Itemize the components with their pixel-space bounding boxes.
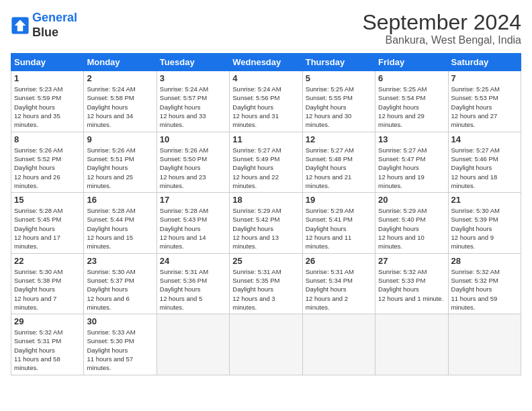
- day-number: 25: [232, 256, 299, 266]
- logo-text: General Blue: [32, 11, 77, 40]
- day-number: 30: [87, 316, 153, 326]
- calendar-cell: 25 Sunrise: 5:31 AM Sunset: 5:35 PM Dayl…: [230, 253, 302, 314]
- calendar-cell: 1 Sunrise: 5:23 AM Sunset: 5:59 PM Dayli…: [11, 71, 84, 132]
- calendar-cell: [230, 314, 302, 375]
- calendar-cell: 28 Sunrise: 5:32 AM Sunset: 5:32 PM Dayl…: [448, 253, 521, 314]
- day-info: Sunrise: 5:29 AM Sunset: 5:42 PM Dayligh…: [232, 206, 299, 250]
- day-info: Sunrise: 5:24 AM Sunset: 5:56 PM Dayligh…: [232, 85, 299, 129]
- calendar-cell: 18 Sunrise: 5:29 AM Sunset: 5:42 PM Dayl…: [230, 193, 302, 253]
- day-number: 28: [451, 256, 518, 266]
- day-info: Sunrise: 5:25 AM Sunset: 5:54 PM Dayligh…: [378, 85, 445, 129]
- day-number: 16: [87, 195, 153, 205]
- header-friday: Friday: [375, 54, 448, 71]
- day-number: 10: [160, 134, 226, 144]
- calendar-cell: 30 Sunrise: 5:33 AM Sunset: 5:30 PM Dayl…: [84, 314, 157, 375]
- day-number: 1: [14, 73, 81, 83]
- title-area: September 2024 Bankura, West Bengal, Ind…: [362, 11, 521, 46]
- calendar-cell: 17 Sunrise: 5:28 AM Sunset: 5:43 PM Dayl…: [157, 193, 229, 253]
- day-number: 29: [14, 316, 81, 326]
- day-info: Sunrise: 5:32 AM Sunset: 5:32 PM Dayligh…: [451, 267, 518, 312]
- header-sunday: Sunday: [11, 54, 84, 71]
- day-info: Sunrise: 5:23 AM Sunset: 5:59 PM Dayligh…: [14, 85, 81, 129]
- calendar-cell: 12 Sunrise: 5:27 AM Sunset: 5:48 PM Dayl…: [302, 132, 375, 192]
- day-info: Sunrise: 5:29 AM Sunset: 5:41 PM Dayligh…: [306, 206, 372, 250]
- logo-line2: Blue: [32, 26, 77, 40]
- day-info: Sunrise: 5:29 AM Sunset: 5:40 PM Dayligh…: [378, 206, 445, 250]
- page-header: General Blue September 2024 Bankura, Wes…: [11, 11, 521, 46]
- day-number: 15: [14, 195, 81, 205]
- calendar-week-3: 15 Sunrise: 5:28 AM Sunset: 5:45 PM Dayl…: [11, 193, 521, 253]
- day-info: Sunrise: 5:24 AM Sunset: 5:57 PM Dayligh…: [160, 85, 226, 129]
- calendar-cell: 11 Sunrise: 5:27 AM Sunset: 5:49 PM Dayl…: [230, 132, 302, 192]
- day-info: Sunrise: 5:31 AM Sunset: 5:35 PM Dayligh…: [232, 267, 299, 312]
- calendar-cell: [448, 314, 521, 375]
- calendar-cell: 6 Sunrise: 5:25 AM Sunset: 5:54 PM Dayli…: [375, 71, 448, 132]
- month-title: September 2024: [362, 11, 521, 34]
- calendar-cell: 4 Sunrise: 5:24 AM Sunset: 5:56 PM Dayli…: [230, 71, 302, 132]
- day-number: 20: [378, 195, 445, 205]
- day-number: 4: [232, 73, 299, 83]
- day-info: Sunrise: 5:25 AM Sunset: 5:53 PM Dayligh…: [451, 85, 518, 129]
- day-info: Sunrise: 5:26 AM Sunset: 5:52 PM Dayligh…: [14, 146, 81, 190]
- calendar-cell: 20 Sunrise: 5:29 AM Sunset: 5:40 PM Dayl…: [375, 193, 448, 253]
- logo-line1: General: [32, 11, 77, 24]
- day-number: 26: [306, 256, 372, 266]
- day-info: Sunrise: 5:26 AM Sunset: 5:50 PM Dayligh…: [160, 146, 226, 190]
- calendar-header-row: Sunday Monday Tuesday Wednesday Thursday…: [11, 54, 521, 71]
- calendar-cell: 10 Sunrise: 5:26 AM Sunset: 5:50 PM Dayl…: [157, 132, 229, 192]
- day-number: 3: [160, 73, 226, 83]
- calendar-cell: [302, 314, 375, 375]
- day-number: 13: [378, 134, 445, 144]
- calendar-week-4: 22 Sunrise: 5:30 AM Sunset: 5:38 PM Dayl…: [11, 253, 521, 314]
- day-info: Sunrise: 5:31 AM Sunset: 5:36 PM Dayligh…: [160, 267, 226, 312]
- calendar-cell: 9 Sunrise: 5:26 AM Sunset: 5:51 PM Dayli…: [84, 132, 157, 192]
- day-number: 8: [14, 134, 81, 144]
- day-number: 5: [306, 73, 372, 83]
- calendar-cell: [157, 314, 229, 375]
- calendar-cell: 3 Sunrise: 5:24 AM Sunset: 5:57 PM Dayli…: [157, 71, 229, 132]
- day-number: 9: [87, 134, 153, 144]
- header-thursday: Thursday: [302, 54, 375, 71]
- day-info: Sunrise: 5:28 AM Sunset: 5:44 PM Dayligh…: [87, 206, 153, 250]
- calendar-cell: 2 Sunrise: 5:24 AM Sunset: 5:58 PM Dayli…: [84, 71, 157, 132]
- calendar-cell: 8 Sunrise: 5:26 AM Sunset: 5:52 PM Dayli…: [11, 132, 84, 192]
- day-number: 23: [87, 256, 153, 266]
- day-info: Sunrise: 5:30 AM Sunset: 5:38 PM Dayligh…: [14, 267, 81, 312]
- header-monday: Monday: [84, 54, 157, 71]
- day-info: Sunrise: 5:27 AM Sunset: 5:46 PM Dayligh…: [451, 146, 518, 190]
- day-number: 17: [160, 195, 226, 205]
- day-info: Sunrise: 5:25 AM Sunset: 5:55 PM Dayligh…: [306, 85, 372, 129]
- day-number: 24: [160, 256, 226, 266]
- day-number: 2: [87, 73, 153, 83]
- logo-icon: [11, 16, 30, 35]
- day-info: Sunrise: 5:28 AM Sunset: 5:43 PM Dayligh…: [160, 206, 226, 250]
- calendar-cell: 26 Sunrise: 5:31 AM Sunset: 5:34 PM Dayl…: [302, 253, 375, 314]
- header-tuesday: Tuesday: [157, 54, 229, 71]
- logo: General Blue: [11, 11, 77, 40]
- calendar-cell: 5 Sunrise: 5:25 AM Sunset: 5:55 PM Dayli…: [302, 71, 375, 132]
- location-title: Bankura, West Bengal, India: [362, 34, 521, 46]
- calendar-cell: 7 Sunrise: 5:25 AM Sunset: 5:53 PM Dayli…: [448, 71, 521, 132]
- day-info: Sunrise: 5:26 AM Sunset: 5:51 PM Dayligh…: [87, 146, 153, 190]
- calendar-week-2: 8 Sunrise: 5:26 AM Sunset: 5:52 PM Dayli…: [11, 132, 521, 192]
- day-info: Sunrise: 5:28 AM Sunset: 5:45 PM Dayligh…: [14, 206, 81, 250]
- calendar-cell: 21 Sunrise: 5:30 AM Sunset: 5:39 PM Dayl…: [448, 193, 521, 253]
- day-info: Sunrise: 5:27 AM Sunset: 5:48 PM Dayligh…: [306, 146, 372, 190]
- calendar-table: Sunday Monday Tuesday Wednesday Thursday…: [11, 53, 521, 375]
- day-info: Sunrise: 5:33 AM Sunset: 5:30 PM Dayligh…: [87, 328, 153, 372]
- day-info: Sunrise: 5:24 AM Sunset: 5:58 PM Dayligh…: [87, 85, 153, 129]
- calendar-cell: 24 Sunrise: 5:31 AM Sunset: 5:36 PM Dayl…: [157, 253, 229, 314]
- day-info: Sunrise: 5:31 AM Sunset: 5:34 PM Dayligh…: [306, 267, 372, 312]
- day-number: 22: [14, 256, 81, 266]
- day-number: 18: [232, 195, 299, 205]
- calendar-week-5: 29 Sunrise: 5:32 AM Sunset: 5:31 PM Dayl…: [11, 314, 521, 375]
- day-info: Sunrise: 5:30 AM Sunset: 5:39 PM Dayligh…: [451, 206, 518, 250]
- day-info: Sunrise: 5:27 AM Sunset: 5:49 PM Dayligh…: [232, 146, 299, 190]
- calendar-cell: [375, 314, 448, 375]
- day-number: 19: [306, 195, 372, 205]
- header-wednesday: Wednesday: [230, 54, 302, 71]
- calendar-cell: 23 Sunrise: 5:30 AM Sunset: 5:37 PM Dayl…: [84, 253, 157, 314]
- calendar-cell: 19 Sunrise: 5:29 AM Sunset: 5:41 PM Dayl…: [302, 193, 375, 253]
- calendar-cell: 29 Sunrise: 5:32 AM Sunset: 5:31 PM Dayl…: [11, 314, 84, 375]
- calendar-cell: 27 Sunrise: 5:32 AM Sunset: 5:33 PM Dayl…: [375, 253, 448, 314]
